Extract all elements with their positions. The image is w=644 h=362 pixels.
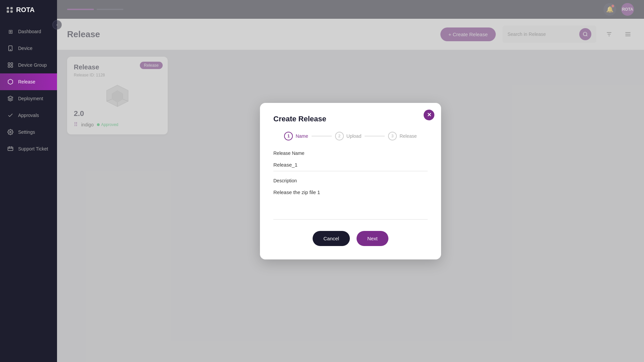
step-3-label: Release	[399, 133, 417, 139]
step-release: 3 Release	[388, 132, 417, 140]
deployment-icon	[7, 95, 14, 102]
svg-rect-7	[8, 147, 13, 151]
sidebar-item-device-group[interactable]: Device Group	[0, 57, 57, 73]
release-name-label: Release Name	[273, 150, 428, 156]
sidebar-item-settings[interactable]: Settings	[0, 124, 57, 140]
svg-point-6	[10, 131, 11, 133]
step-3-circle: 3	[388, 132, 397, 140]
svg-rect-2	[8, 63, 10, 64]
sidebar-item-release[interactable]: Release	[0, 73, 57, 90]
step-1-label: Name	[296, 133, 308, 139]
sidebar-item-approvals[interactable]: Approvals	[0, 107, 57, 124]
modal-close-button[interactable]: ✕	[424, 110, 434, 120]
step-2-circle: 2	[335, 132, 344, 140]
sidebar-item-label: Settings	[18, 129, 35, 135]
svg-rect-3	[11, 63, 13, 64]
create-release-modal: ✕ Create Release 1 Name 2 Upload	[260, 103, 441, 259]
step-2-label: Upload	[346, 133, 361, 139]
next-button[interactable]: Next	[357, 231, 388, 246]
logo-icon	[7, 7, 13, 13]
app-logo: ROTA	[0, 0, 57, 20]
sidebar-item-label: Support Ticket	[18, 146, 48, 152]
svg-rect-5	[11, 66, 13, 67]
sidebar-item-label: Deployment	[18, 96, 43, 101]
sidebar-item-dashboard[interactable]: ⊞ Dashboard	[0, 23, 57, 40]
svg-point-1	[10, 50, 11, 50]
main-content: 🔔 ROTA Release + Create Release Release …	[57, 0, 644, 362]
sidebar-item-label: Dashboard	[18, 29, 41, 34]
sidebar-item-support-ticket[interactable]: Support Ticket	[0, 140, 57, 157]
app-name: ROTA	[16, 6, 35, 14]
svg-rect-4	[8, 66, 10, 67]
sidebar-item-label: Approvals	[18, 113, 39, 118]
sidebar-item-label: Device	[18, 46, 33, 51]
description-field: Description Release the zip file 1	[273, 178, 428, 221]
dashboard-icon: ⊞	[7, 28, 14, 35]
settings-icon	[7, 128, 14, 136]
approvals-icon	[7, 112, 14, 119]
modal-title: Create Release	[273, 115, 428, 123]
cancel-button[interactable]: Cancel	[313, 231, 350, 246]
sidebar-item-deployment[interactable]: Deployment	[0, 90, 57, 107]
modal-actions: Cancel Next	[273, 231, 428, 246]
modal-stepper: 1 Name 2 Upload 3 Release	[273, 132, 428, 140]
step-upload: 2 Upload	[335, 132, 361, 140]
description-label: Description	[273, 178, 428, 183]
step-1-circle: 1	[284, 132, 293, 140]
step-line-1	[312, 136, 332, 136]
release-name-input[interactable]	[273, 159, 428, 171]
sidebar-item-label: Release	[18, 79, 35, 84]
step-line-2	[365, 136, 385, 136]
support-ticket-icon	[7, 145, 14, 153]
sidebar: ROTA ‹ ⊞ Dashboard Device Device Group R…	[0, 0, 57, 362]
device-icon	[7, 45, 14, 52]
sidebar-item-device[interactable]: Device	[0, 40, 57, 57]
step-name: 1 Name	[284, 132, 308, 140]
release-name-field: Release Name	[273, 150, 428, 178]
device-group-icon	[7, 61, 14, 69]
release-icon	[7, 78, 14, 85]
description-textarea[interactable]: Release the zip file 1	[273, 186, 428, 220]
sidebar-item-label: Device Group	[18, 62, 47, 68]
sidebar-nav: ⊞ Dashboard Device Device Group Release	[0, 20, 57, 362]
modal-overlay: ✕ Create Release 1 Name 2 Upload	[57, 0, 644, 362]
